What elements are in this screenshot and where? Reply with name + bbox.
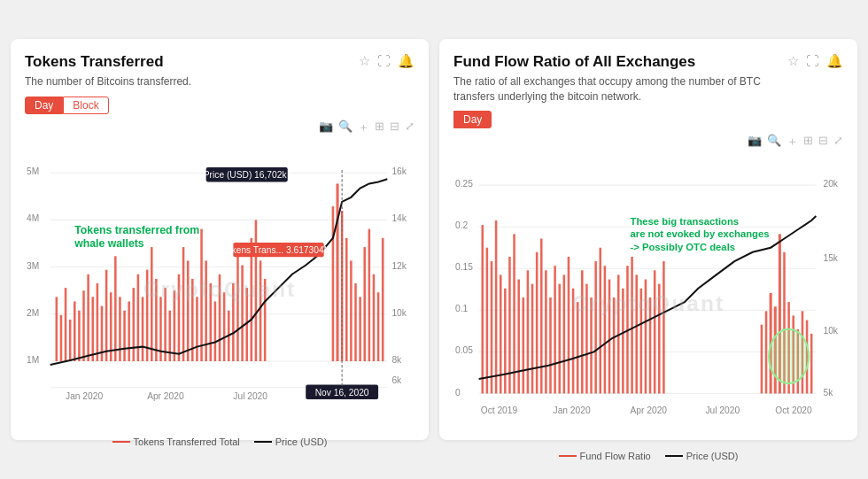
right-boxplus-icon[interactable]: ⊞ — [803, 134, 813, 150]
svg-text:CryptoQuant: CryptoQuant — [143, 277, 297, 301]
svg-text:14k: 14k — [391, 213, 407, 223]
day-toggle-btn[interactable]: Day — [25, 97, 63, 114]
boxplus-icon[interactable]: ⊞ — [375, 120, 384, 135]
right-plus-icon[interactable]: ＋ — [787, 134, 798, 150]
svg-text:CryptoQuant: CryptoQuant — [572, 292, 725, 316]
left-card-title: Tokens Transferred — [25, 53, 191, 71]
fullscreen-icon[interactable]: ⤢ — [405, 120, 415, 135]
legend-price-left: Price (USD) — [254, 437, 328, 447]
right-chart-area: 📷 🔍 ＋ ⊞ ⊟ ⤢ 0.25 0.2 0.15 0.1 0.05 0 20k… — [453, 134, 843, 426]
plus-icon[interactable]: ＋ — [358, 120, 369, 135]
svg-text:Tokens transferred from: Tokens transferred from — [74, 223, 199, 236]
svg-text:Nov 16, 2020: Nov 16, 2020 — [315, 387, 369, 397]
fund-flow-card: Fund Flow Ratio of All Exchanges The rat… — [439, 39, 857, 441]
right-bell-icon[interactable]: 🔔 — [826, 53, 843, 69]
svg-text:4M: 4M — [27, 213, 39, 223]
svg-text:5M: 5M — [27, 166, 39, 176]
svg-text:These big transactions: These big transactions — [631, 216, 740, 227]
svg-text:-> Possibly OTC deals: -> Possibly OTC deals — [631, 242, 735, 252]
legend-tokens-line — [112, 441, 130, 443]
svg-text:10k: 10k — [391, 307, 407, 317]
right-card-title: Fund Flow Ratio of All Exchanges — [453, 53, 787, 71]
svg-text:Apr 2020: Apr 2020 — [631, 406, 668, 415]
card-header-left: Tokens Transferred The number of Bitcoin… — [25, 53, 415, 89]
left-card-icons: ☆ ⛶ 🔔 — [359, 53, 415, 69]
left-toggle-group: Day Block — [25, 97, 415, 114]
svg-text:16k: 16k — [391, 166, 407, 176]
svg-text:Oct 2019: Oct 2019 — [481, 406, 518, 415]
svg-text:Jul 2020: Jul 2020 — [705, 406, 740, 415]
svg-text:6k: 6k — [391, 375, 402, 384]
left-chart-svg: 5M 4M 3M 2M 1M 16k 14k 12k 10k 8k 6k — [25, 137, 415, 429]
star-icon[interactable]: ☆ — [359, 53, 370, 69]
svg-text:0.15: 0.15 — [455, 263, 473, 273]
legend-price-right-label: Price (USD) — [686, 451, 739, 461]
boxminus-icon[interactable]: ⊟ — [390, 120, 399, 135]
right-camera-icon[interactable]: 📷 — [748, 134, 762, 150]
svg-text:Tokens Trans... 3.617304M: Tokens Trans... 3.617304M — [222, 245, 331, 255]
right-boxminus-icon[interactable]: ⊟ — [818, 134, 828, 150]
svg-text:8k: 8k — [391, 355, 402, 365]
right-expand-icon[interactable]: ⛶ — [806, 53, 819, 69]
svg-text:5k: 5k — [823, 388, 833, 398]
right-zoom-icon[interactable]: 🔍 — [767, 134, 781, 150]
card-header-right: Fund Flow Ratio of All Exchanges The rat… — [453, 53, 843, 104]
left-chart-area: 📷 🔍 ＋ ⊞ ⊟ ⤢ 5M 4M 3M 2M 1M 16k 14k 12k 1… — [25, 120, 415, 412]
left-chart-toolbar: 📷 🔍 ＋ ⊞ ⊟ ⤢ — [25, 120, 415, 135]
svg-text:Jan 2020: Jan 2020 — [66, 390, 103, 400]
legend-fund-flow: Fund Flow Ratio — [559, 451, 651, 461]
camera-icon[interactable]: 📷 — [319, 120, 333, 135]
legend-price-right-line — [665, 455, 683, 457]
legend-tokens: Tokens Transferred Total — [112, 437, 240, 447]
svg-text:Apr 2020: Apr 2020 — [147, 390, 184, 400]
legend-price-label: Price (USD) — [275, 437, 328, 447]
legend-price-line — [254, 441, 272, 443]
svg-point-163 — [769, 329, 809, 383]
expand-icon[interactable]: ⛶ — [377, 53, 391, 69]
right-card-icons: ☆ ⛶ 🔔 — [787, 53, 843, 69]
left-card-desc: The number of Bitcoins transferred. — [25, 74, 191, 89]
right-toggle-group: Day — [453, 111, 843, 128]
right-card-desc: The ratio of all exchanges that occupy a… — [453, 74, 787, 104]
legend-flow-line — [559, 455, 577, 457]
right-star-icon[interactable]: ☆ — [787, 53, 799, 69]
right-fullscreen-icon[interactable]: ⤢ — [833, 134, 843, 150]
svg-text:20k: 20k — [823, 179, 838, 189]
zoom-icon[interactable]: 🔍 — [338, 120, 353, 135]
svg-text:Jan 2020: Jan 2020 — [554, 406, 591, 415]
right-chart-svg: 0.25 0.2 0.15 0.1 0.05 0 20k 15k 10k 5k — [453, 151, 843, 444]
svg-text:0.25: 0.25 — [455, 179, 473, 189]
right-chart-toolbar: 📷 🔍 ＋ ⊞ ⊟ ⤢ — [453, 134, 843, 150]
svg-text:0: 0 — [455, 388, 461, 398]
left-legend: Tokens Transferred Total Price (USD) — [25, 437, 415, 447]
svg-text:15k: 15k — [823, 253, 838, 263]
legend-tokens-label: Tokens Transferred Total — [134, 437, 240, 447]
svg-text:3M: 3M — [27, 260, 39, 270]
legend-price-right: Price (USD) — [665, 451, 739, 461]
svg-text:Oct 2020: Oct 2020 — [775, 406, 812, 415]
tokens-transferred-card: Tokens Transferred The number of Bitcoin… — [11, 39, 429, 441]
svg-text:0.05: 0.05 — [455, 346, 473, 356]
block-toggle-btn[interactable]: Block — [63, 97, 108, 114]
svg-text:12k: 12k — [391, 260, 407, 270]
legend-flow-label: Fund Flow Ratio — [580, 451, 651, 461]
svg-text:Jul 2020: Jul 2020 — [233, 390, 267, 400]
right-legend: Fund Flow Ratio Price (USD) — [453, 451, 843, 461]
right-day-toggle-btn[interactable]: Day — [453, 111, 492, 128]
svg-text:0.2: 0.2 — [455, 221, 469, 231]
svg-text:are not evoked by exchanges: are not evoked by exchanges — [631, 229, 770, 240]
svg-text:1M: 1M — [27, 355, 39, 365]
svg-text:whale wallets: whale wallets — [74, 237, 144, 250]
bell-icon[interactable]: 🔔 — [398, 53, 415, 69]
svg-text:10k: 10k — [823, 326, 838, 336]
svg-text:Price (USD) 16,702k: Price (USD) 16,702k — [204, 170, 288, 180]
svg-text:2M: 2M — [27, 307, 39, 317]
svg-text:0.1: 0.1 — [455, 305, 469, 314]
